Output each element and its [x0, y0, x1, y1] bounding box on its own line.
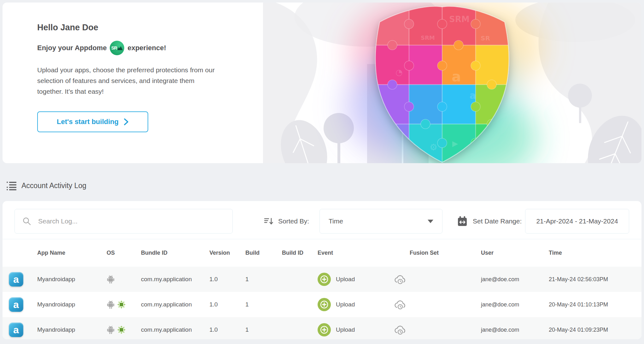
column-header-bundle-id: Bundle ID — [141, 250, 209, 256]
version: 1.0 — [209, 276, 245, 283]
svg-text:SRM: SRM — [421, 34, 435, 41]
app-icon: a — [9, 323, 23, 337]
os-cell — [107, 325, 141, 334]
app-name: Myandroidapp — [37, 326, 107, 333]
bundle-id: com.my.application — [141, 276, 209, 283]
event-cell: Upload — [318, 273, 391, 286]
search-box[interactable] — [15, 209, 233, 234]
build: 1 — [245, 276, 282, 283]
chevron-right-icon — [124, 118, 129, 126]
date-range-input[interactable]: 21-Apr-2024 - 21-May-2024 — [525, 209, 629, 234]
svg-text:▶: ▶ — [452, 139, 458, 148]
column-header-build: Build — [245, 250, 282, 256]
event-time: 20-May-24 01:09:23PM — [549, 327, 641, 333]
svg-text:SRM: SRM — [449, 15, 470, 24]
section-title: Account Activity Log — [21, 181, 86, 190]
search-input[interactable] — [38, 217, 232, 225]
os-cell — [107, 300, 141, 309]
start-building-label: Let's start building — [57, 118, 119, 126]
svg-text:SR: SR — [481, 34, 490, 42]
bundle-id: com.my.application — [141, 301, 209, 308]
event-cell: Upload — [318, 298, 391, 311]
svg-text:◔: ◔ — [395, 68, 403, 77]
app-icon: a — [9, 297, 23, 312]
version: 1.0 — [209, 326, 245, 333]
column-header-event: Event — [318, 250, 391, 256]
start-building-button[interactable]: Let's start building — [37, 111, 148, 132]
subtitle-prefix: Enjoy your Appdome — [37, 44, 107, 52]
table-header: App Name OS Bundle ID Version Build Buil… — [3, 239, 641, 267]
subtitle-suffix: experience! — [127, 44, 166, 52]
svg-text:a: a — [452, 68, 461, 85]
column-header-time: Time — [549, 250, 641, 256]
activity-log-panel: Sorted By: Time Set Date Range: 21-Apr-2… — [3, 201, 641, 339]
account-activity-header: Account Activity Log — [6, 181, 86, 191]
date-range-group: Set Date Range: — [457, 209, 522, 234]
user-email: jane@doe.com — [481, 301, 549, 308]
cloud-history-icon[interactable] — [394, 274, 407, 285]
subtitle: Enjoy your Appdome SR experience! — [37, 41, 230, 55]
bundle-id: com.my.application — [141, 326, 209, 333]
android-icon — [107, 275, 115, 284]
event-label: Upload — [336, 276, 355, 283]
calendar-range-icon — [457, 216, 468, 227]
column-header-version: Version — [209, 250, 245, 256]
build: 1 — [245, 301, 282, 308]
build: 1 — [245, 326, 282, 333]
cloud-history-icon[interactable] — [394, 299, 407, 310]
srm-logo-badge: SR — [110, 41, 124, 55]
sort-dropdown[interactable]: Time — [319, 209, 442, 234]
android-icon — [107, 325, 115, 334]
greeting-heading: Hello Jane Doe — [37, 23, 230, 33]
event-cell: Upload — [318, 323, 391, 336]
event-label: Upload — [336, 326, 355, 333]
table-row: a Myandroidapp — [3, 317, 641, 339]
plus-circle-icon — [318, 273, 331, 286]
search-icon — [22, 217, 31, 226]
event-time: 20-May-24 01:10:13PM — [549, 301, 641, 308]
shield-puzzle-illustration: SRM SR SRM a a ✓ ▶ ⚙ ◔ ☺ — [263, 3, 641, 163]
app-name: Myandroidapp — [37, 301, 107, 308]
welcome-card: SRM SR SRM a a ✓ ▶ ⚙ ◔ ☺ Hello Jane Doe … — [3, 3, 641, 163]
welcome-description: Upload your apps, choose the preferred p… — [37, 65, 220, 97]
plus-circle-icon — [318, 323, 331, 336]
table-row: a Myandroidapp — [3, 267, 641, 292]
fused-android-icon — [117, 300, 126, 309]
cloud-history-icon[interactable] — [394, 324, 407, 335]
sort-group: Sorted By: — [264, 209, 309, 234]
android-icon — [107, 300, 115, 309]
svg-text:a: a — [470, 90, 476, 101]
user-email: jane@doe.com — [481, 276, 549, 283]
column-header-fusion-set: Fusion Set — [391, 250, 481, 256]
list-icon — [6, 181, 16, 191]
column-header-build-id: Build ID — [282, 250, 318, 256]
os-cell — [107, 275, 141, 284]
version: 1.0 — [209, 301, 245, 308]
event-time: 21-May-24 02:56:03PM — [549, 276, 641, 283]
sort-dropdown-value: Time — [329, 217, 343, 225]
event-label: Upload — [336, 301, 355, 308]
column-header-app-name: App Name — [37, 250, 107, 256]
app-icon: a — [9, 272, 23, 287]
sorted-by-label: Sorted By: — [278, 217, 309, 225]
sort-descending-icon — [264, 216, 273, 226]
table-body: a Myandroidapp — [3, 267, 641, 339]
app-name: Myandroidapp — [37, 276, 107, 283]
table-row: a Myandroidapp — [3, 292, 641, 317]
plus-circle-icon — [318, 298, 331, 311]
date-range-label: Set Date Range: — [473, 217, 522, 225]
srm-logo-text: SR — [111, 45, 117, 50]
chevron-down-icon — [428, 220, 433, 223]
column-header-user: User — [481, 250, 549, 256]
user-email: jane@doe.com — [481, 327, 549, 333]
date-range-value: 21-Apr-2024 - 21-May-2024 — [536, 217, 618, 225]
fused-android-icon — [117, 325, 126, 334]
mountain-logo-icon — [117, 46, 123, 50]
column-header-os: OS — [107, 250, 141, 256]
svg-text:⚙: ⚙ — [430, 142, 437, 152]
